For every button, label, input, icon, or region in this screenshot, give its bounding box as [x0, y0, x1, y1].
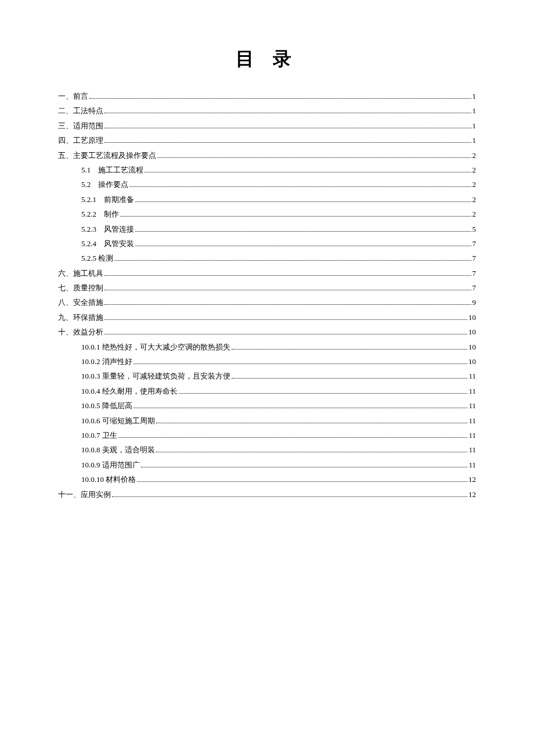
toc-leader-dots	[145, 172, 471, 172]
toc-entry-page: 2	[472, 149, 477, 162]
toc-entry-page: 11	[468, 458, 476, 471]
toc-entry-label: 10.0.1 绝热性好，可大大减少空调的散热损失	[81, 340, 230, 354]
toc-entry: 5.2.3 风管连接5	[58, 222, 476, 236]
toc-entry-page: 12	[468, 473, 476, 486]
toc-entry-page: 2	[472, 163, 477, 177]
toc-leader-dots	[104, 113, 471, 113]
toc-leader-dots	[114, 260, 471, 261]
toc-entry-label: 10.0.10 材料价格	[81, 473, 136, 486]
toc-entry-label: 一、前言	[58, 89, 88, 103]
toc-leader-dots	[157, 157, 471, 158]
toc-leader-dots	[135, 246, 471, 246]
toc-entry-label: 5.2.2 制作	[81, 207, 119, 221]
toc-entry-page: 7	[472, 267, 477, 280]
toc-entry-page: 10	[468, 325, 476, 339]
toc-leader-dots	[104, 275, 471, 276]
toc-entry-label: 10.0.4 经久耐用，使用寿命长	[81, 384, 178, 398]
toc-leader-dots	[232, 378, 468, 379]
toc-entry-label: 5.2.3 风管连接	[81, 222, 134, 236]
toc-leader-dots	[156, 452, 468, 452]
toc-leader-dots	[141, 467, 468, 467]
toc-entry-page: 7	[472, 251, 477, 265]
toc-entry-page: 11	[468, 384, 476, 398]
toc-entry: 十、效益分析10	[58, 325, 476, 339]
toc-leader-dots	[135, 231, 471, 232]
page-title: 目 录	[58, 46, 476, 72]
toc-entry-label: 十一、应用实例	[58, 488, 111, 501]
toc-leader-dots	[179, 393, 468, 394]
toc-leader-dots	[134, 408, 468, 408]
toc-entry-page: 11	[468, 443, 476, 456]
toc-entry-page: 2	[472, 178, 477, 191]
toc-entry-label: 七、质量控制	[58, 281, 103, 294]
toc-leader-dots	[156, 423, 468, 423]
toc-entry-page: 11	[468, 369, 476, 383]
toc-entry-page: 12	[468, 488, 476, 501]
toc-entry: 5.1 施工工艺流程2	[58, 163, 476, 177]
toc-leader-dots	[129, 186, 471, 187]
toc-leader-dots	[104, 142, 471, 143]
toc-leader-dots	[232, 349, 467, 350]
toc-entry-label: 10.0.6 可缩短施工周期	[81, 414, 155, 427]
toc-entry-label: 六、施工机具	[58, 267, 103, 280]
toc-entry: 七、质量控制7	[58, 281, 476, 294]
toc-entry-label: 10.0.7 卫生	[81, 429, 117, 442]
toc-entry: 五、主要工艺流程及操作要点2	[58, 149, 476, 162]
toc-entry: 10.0.9 适用范围广11	[58, 458, 476, 471]
toc-entry: 二、工法特点1	[58, 104, 476, 117]
toc-entry: 5.2.1 前期准备2	[58, 193, 476, 206]
toc-entry-page: 9	[472, 296, 477, 309]
toc-entry-label: 三、适用范围	[58, 119, 103, 132]
toc-entry: 10.0.7 卫生11	[58, 429, 476, 442]
toc-entry: 一、前言1	[58, 89, 476, 103]
toc-entry-page: 10	[468, 311, 476, 324]
toc-entry-label: 5.1 施工工艺流程	[81, 163, 143, 177]
toc-entry: 5.2.4 风管安装7	[58, 237, 476, 250]
toc-leader-dots	[134, 363, 467, 364]
toc-entry: 八、安全措施9	[58, 296, 476, 309]
toc-entry-label: 四、工艺原理	[58, 134, 103, 147]
toc-entry-label: 10.0.8 美观，适合明装	[81, 443, 155, 456]
toc-entry-page: 1	[472, 134, 477, 147]
toc-entry-label: 5.2.4 风管安装	[81, 237, 134, 250]
toc-entry-label: 十、效益分析	[58, 325, 103, 339]
toc-entry-page: 2	[472, 207, 477, 221]
toc-entry-label: 10.0.3 重量轻，可减轻建筑负荷，且安装方便	[81, 369, 230, 383]
toc-entry: 10.0.6 可缩短施工周期11	[58, 414, 476, 427]
toc-leader-dots	[112, 496, 467, 497]
toc-entry: 10.0.3 重量轻，可减轻建筑负荷，且安装方便11	[58, 369, 476, 383]
toc-entry: 10.0.4 经久耐用，使用寿命长11	[58, 384, 476, 398]
toc-leader-dots	[104, 319, 467, 320]
toc-entry: 六、施工机具7	[58, 267, 476, 280]
toc-leader-dots	[120, 216, 471, 217]
toc-leader-dots	[104, 334, 467, 334]
toc-entry: 5.2.2 制作2	[58, 207, 476, 221]
toc-entry-label: 10.0.2 消声性好	[81, 355, 132, 368]
toc-entry-page: 2	[472, 193, 477, 206]
toc-entry-label: 五、主要工艺流程及操作要点	[58, 149, 156, 162]
toc-entry: 九、环保措施10	[58, 311, 476, 324]
toc-entry-label: 九、环保措施	[58, 311, 103, 324]
toc-entry-page: 11	[468, 399, 476, 412]
toc-entry-page: 10	[468, 355, 476, 368]
toc-entry-page: 1	[472, 89, 477, 103]
toc-entry-label: 5.2 操作要点	[81, 178, 128, 191]
toc-entry-label: 5.2.1 前期准备	[81, 193, 134, 206]
toc-leader-dots	[135, 201, 471, 202]
toc-entry: 5.2 操作要点2	[58, 178, 476, 191]
toc-entry: 10.0.5 降低层高11	[58, 399, 476, 412]
toc-entry: 10.0.8 美观，适合明装11	[58, 443, 476, 456]
toc-entry: 四、工艺原理1	[58, 134, 476, 147]
toc-entry-page: 11	[468, 414, 476, 427]
toc-entry-label: 10.0.9 适用范围广	[81, 458, 140, 471]
toc-entry-page: 7	[472, 281, 477, 294]
toc-entry-label: 10.0.5 降低层高	[81, 399, 132, 412]
toc-entry: 5.2.5 检测7	[58, 251, 476, 265]
toc-entry-label: 5.2.5 检测	[81, 251, 113, 265]
toc-entry-page: 10	[468, 340, 476, 354]
toc-entry-page: 7	[472, 237, 477, 250]
toc-leader-dots	[104, 128, 471, 128]
toc-entry: 十一、应用实例12	[58, 488, 476, 501]
toc-entry-label: 二、工法特点	[58, 104, 103, 117]
toc-entry: 10.0.2 消声性好10	[58, 355, 476, 368]
